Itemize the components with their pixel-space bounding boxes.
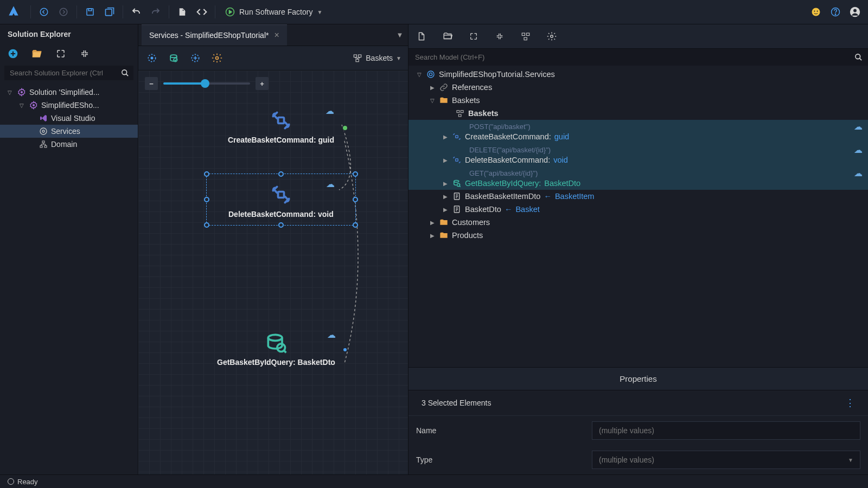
zoom-in-button[interactable]: + (256, 77, 269, 90)
svg-rect-3 (88, 9, 92, 11)
svg-point-38 (551, 35, 553, 38)
tool-3-button[interactable] (188, 51, 202, 65)
solution-explorer-title: Solution Explorer (0, 24, 138, 44)
api-icon: ☁ (854, 168, 863, 178)
chevron-down-icon: ▽ (20, 102, 26, 108)
svg-rect-45 (456, 136, 458, 138)
close-tab-button[interactable]: × (274, 30, 279, 40)
more-button[interactable]: ⋮ (845, 397, 855, 409)
open-folder-button[interactable] (31, 48, 42, 59)
references-node[interactable]: ▶ References (409, 81, 868, 94)
services-node[interactable]: Services (0, 125, 138, 138)
run-dropdown[interactable]: Run Software Factory ▼ (220, 3, 328, 21)
chevron-down-icon: ▼ (396, 55, 401, 61)
design-canvas[interactable]: − + CreateBasketCommand: guid ☁ DeleteBa… (138, 70, 408, 474)
svg-point-47 (454, 180, 459, 182)
diagram-view-button[interactable] (519, 30, 532, 43)
open-folder-button[interactable] (441, 30, 454, 43)
collapse-button[interactable] (79, 48, 90, 59)
connection-point[interactable] (342, 347, 348, 352)
svg-rect-35 (522, 33, 525, 36)
feedback-button[interactable] (807, 3, 825, 21)
back-button[interactable] (35, 3, 53, 21)
context-dropdown[interactable]: Baskets ▼ (353, 53, 401, 63)
settings-button[interactable] (545, 30, 558, 43)
help-button[interactable] (827, 3, 844, 21)
properties-panel: Properties 3 Selected Elements ⋮ Name Ty… (409, 367, 868, 474)
command-icon (452, 155, 462, 165)
name-label: Name (416, 426, 584, 435)
model-root[interactable]: ▽ SimplifiedEShopTutorial.Services (409, 68, 868, 81)
svg-rect-46 (456, 159, 458, 162)
gear-icon (17, 88, 26, 97)
products-folder[interactable]: ▶ Products (409, 229, 868, 242)
code-button[interactable] (193, 3, 210, 21)
add-button[interactable] (8, 48, 18, 59)
svg-point-48 (457, 183, 459, 186)
type-label: Type (416, 455, 584, 464)
collapse-all-button[interactable] (493, 30, 506, 43)
svg-point-7 (814, 10, 815, 11)
dto-item-2[interactable]: ▶ BasketDto ← Basket (409, 203, 868, 216)
create-command-node[interactable]: CreateBasketCommand: guid (228, 108, 334, 144)
svg-point-8 (817, 10, 818, 11)
svg-rect-2 (87, 9, 93, 15)
solution-node[interactable]: ▽ Solution 'Simplified... (0, 86, 138, 99)
tool-1-button[interactable] (145, 51, 159, 65)
svg-rect-37 (524, 37, 527, 40)
solution-explorer-panel: Solution Explorer ▽ Solution 'Simplified… (0, 24, 138, 474)
redo-button[interactable] (147, 3, 164, 21)
new-file-button[interactable] (415, 30, 428, 43)
svg-point-41 (429, 73, 432, 75)
dto-item-1[interactable]: ▶ BasketBasketItemDto ← BasketItem (409, 190, 868, 203)
arrow-left-icon: ← (544, 192, 552, 201)
tab-menu-button[interactable]: ▼ (392, 24, 408, 46)
solution-search-input[interactable] (4, 66, 116, 80)
zoom-out-button[interactable]: − (145, 77, 158, 90)
svg-rect-42 (457, 111, 459, 113)
customers-folder[interactable]: ▶ Customers (409, 216, 868, 229)
user-button[interactable] (846, 3, 864, 21)
undo-button[interactable] (127, 3, 145, 21)
chevron-down-icon: ▼ (848, 457, 853, 463)
chevron-right-icon: ▶ (442, 157, 449, 163)
domain-node[interactable]: Domain (0, 138, 138, 151)
svg-point-40 (427, 71, 434, 78)
svg-point-14 (122, 70, 126, 75)
search-icon[interactable] (116, 66, 133, 80)
project-node[interactable]: ▽ SimplifiedESho... (0, 99, 138, 112)
connection-point[interactable] (342, 125, 348, 131)
model-search-input[interactable] (409, 49, 848, 66)
query-icon (452, 178, 462, 188)
type-select[interactable]: (multiple values) ▼ (592, 451, 860, 469)
tool-2-button[interactable] (167, 51, 181, 65)
forward-button[interactable] (55, 3, 72, 21)
search-icon[interactable] (848, 49, 868, 66)
baskets-diagram[interactable]: Baskets (409, 107, 868, 120)
expand-button[interactable] (55, 48, 66, 59)
create-command-route: POST("api/basket") ☁ (409, 120, 868, 132)
expand-all-button[interactable] (467, 30, 480, 43)
api-icon: ☁ (854, 121, 863, 132)
svg-point-15 (21, 91, 23, 93)
cloud-icon: ☁ (327, 330, 336, 340)
save-button[interactable] (81, 3, 99, 21)
create-command-item[interactable]: ▶ CreateBasketCommand: guid (409, 132, 868, 143)
query-node[interactable]: GetBasketByIdQuery: BasketDto (217, 331, 335, 367)
svg-rect-31 (278, 118, 284, 124)
svg-rect-32 (278, 192, 284, 198)
designer-tab[interactable]: Services - SimplifiedEShopTutorial* × (142, 24, 287, 46)
export-button[interactable] (174, 3, 191, 21)
svg-rect-29 (359, 55, 361, 57)
save-all-button[interactable] (101, 3, 118, 21)
status-bar: Ready (0, 474, 868, 488)
baskets-folder[interactable]: ▽ Baskets (409, 94, 868, 107)
get-query-item[interactable]: ▶ GetBasketByIdQuery: BasketDto (409, 178, 868, 190)
svg-point-12 (853, 9, 857, 12)
tool-4-button[interactable] (210, 51, 224, 65)
delete-command-item[interactable]: ▶ DeleteBasketCommand: void (409, 155, 868, 166)
visual-studio-node[interactable]: Visual Studio (0, 112, 138, 125)
folder-icon (439, 95, 449, 105)
zoom-slider[interactable] (163, 82, 250, 85)
name-input[interactable] (592, 421, 860, 440)
